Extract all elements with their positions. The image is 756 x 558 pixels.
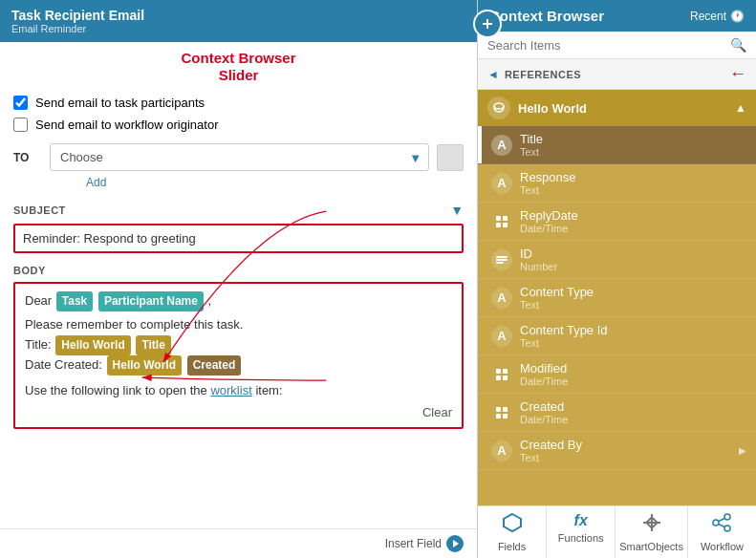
svg-rect-18 bbox=[503, 414, 508, 418]
toolbar-fields[interactable]: Fields bbox=[478, 506, 547, 558]
context-item-created[interactable]: Created Date/Time bbox=[478, 394, 756, 432]
svg-line-24 bbox=[719, 519, 724, 522]
to-field-row: TO Choose ▼ bbox=[13, 143, 464, 171]
toolbar-smartobjects[interactable]: SmartObjects bbox=[616, 506, 688, 558]
right-panel: Context Browser Recent 🕐 🔍 ◄ REFERENCES … bbox=[478, 0, 756, 558]
checkbox-task-participants-label: Send email to task participants bbox=[35, 96, 205, 110]
references-bar: ◄ REFERENCES ← bbox=[478, 59, 756, 90]
context-browser-title: Context Browser bbox=[489, 8, 604, 24]
context-item-content-type-id[interactable]: A Content Type Id Text bbox=[478, 317, 756, 355]
item-icon-created bbox=[491, 402, 512, 423]
toolbar-workflow[interactable]: Workflow bbox=[688, 506, 756, 558]
token-created: Created bbox=[187, 355, 242, 376]
recent-button[interactable]: Recent 🕐 bbox=[690, 10, 745, 23]
functions-icon: fx bbox=[574, 512, 588, 529]
context-item-modified[interactable]: Modified Date/Time bbox=[478, 355, 756, 394]
token-task: Task bbox=[56, 291, 93, 311]
svg-marker-0 bbox=[453, 540, 459, 547]
svg-rect-7 bbox=[503, 223, 508, 227]
token-hello-world-1: Hello World bbox=[55, 335, 130, 355]
subject-label: SUBJECT bbox=[13, 204, 66, 216]
search-input[interactable] bbox=[487, 38, 724, 53]
left-panel: Task Recipient Email Email Reminder Cont… bbox=[0, 0, 478, 558]
svg-marker-19 bbox=[504, 514, 521, 531]
created-by-arrow-icon: ▶ bbox=[739, 445, 746, 456]
context-browser-toggle-button[interactable] bbox=[473, 10, 502, 38]
fields-icon bbox=[502, 512, 523, 538]
svg-rect-6 bbox=[496, 223, 501, 227]
app-wrapper: Task Recipient Email Email Reminder Cont… bbox=[0, 0, 756, 558]
body-line-5: Use the following link to open the workl… bbox=[25, 381, 452, 401]
item-icon-id bbox=[491, 249, 512, 270]
token-hello-world-2: Hello World bbox=[107, 355, 182, 376]
search-icon: 🔍 bbox=[730, 37, 746, 53]
token-title: Title bbox=[136, 335, 170, 355]
left-body: Send email to task participants Send ema… bbox=[0, 86, 477, 528]
insert-field-icon[interactable] bbox=[446, 535, 464, 552]
svg-point-3 bbox=[494, 103, 504, 109]
toolbar-workflow-label: Workflow bbox=[701, 541, 744, 552]
slider-label: Slider bbox=[219, 67, 259, 83]
body-label: BODY bbox=[13, 265, 464, 276]
worklist-link[interactable]: worklist bbox=[210, 383, 251, 397]
to-browse-button[interactable] bbox=[437, 144, 464, 171]
subject-chevron-icon: ▼ bbox=[450, 203, 464, 218]
toolbar-functions-label: Functions bbox=[558, 532, 604, 544]
item-icon-content-type-id: A bbox=[491, 326, 512, 347]
context-item-response[interactable]: A Response Text bbox=[478, 164, 756, 203]
checkbox-workflow-originator[interactable] bbox=[13, 118, 28, 132]
checkbox-row-1: Send email to task participants bbox=[13, 96, 464, 110]
item-icon-replydate bbox=[491, 211, 512, 232]
context-browser-slider-label: Context Browser Slider bbox=[13, 46, 464, 86]
insert-field-label: Insert Field bbox=[385, 537, 442, 550]
context-group-header[interactable]: Hello World ▲ bbox=[478, 90, 756, 126]
add-link[interactable]: Add bbox=[86, 176, 106, 189]
references-label: REFERENCES bbox=[505, 69, 724, 80]
context-item-content-type[interactable]: A Content Type Text bbox=[478, 279, 756, 317]
insert-field-row: Insert Field bbox=[0, 528, 477, 558]
svg-rect-13 bbox=[496, 376, 501, 380]
left-panel-subtitle: Email Reminder bbox=[11, 23, 465, 34]
svg-point-23 bbox=[724, 526, 730, 531]
context-item-id[interactable]: ID Number bbox=[478, 241, 756, 279]
item-icon-response: A bbox=[491, 173, 512, 194]
context-list: Hello World ▲ A Title Text A Response Te… bbox=[478, 90, 756, 505]
context-item-replydate[interactable]: ReplyDate Date/Time bbox=[478, 203, 756, 241]
svg-rect-16 bbox=[503, 407, 508, 412]
svg-point-22 bbox=[724, 514, 730, 520]
right-header: Context Browser Recent 🕐 bbox=[478, 0, 756, 32]
svg-rect-2 bbox=[483, 23, 492, 25]
to-select[interactable]: Choose bbox=[50, 143, 429, 171]
svg-rect-10 bbox=[496, 262, 504, 264]
checkbox-task-participants[interactable] bbox=[13, 96, 28, 110]
toolbar-functions[interactable]: fx Functions bbox=[547, 506, 616, 558]
item-icon-modified bbox=[491, 364, 512, 385]
left-panel-title: Task Recipient Email bbox=[11, 8, 465, 23]
context-item-created-by[interactable]: A Created By Text ▶ bbox=[478, 432, 756, 470]
clear-button[interactable]: Clear bbox=[422, 405, 452, 419]
svg-rect-15 bbox=[496, 407, 501, 412]
to-select-wrapper: Choose ▼ bbox=[50, 143, 429, 171]
subject-input[interactable] bbox=[13, 224, 464, 253]
workflow-icon bbox=[711, 512, 732, 538]
references-triangle-icon: ◄ bbox=[487, 68, 499, 81]
body-line-3: Title: Hello World Title bbox=[25, 335, 452, 355]
group-chevron-icon: ▲ bbox=[735, 101, 746, 115]
body-footer: Clear bbox=[25, 401, 452, 419]
left-header: Task Recipient Email Email Reminder bbox=[0, 0, 477, 42]
item-icon-created-by: A bbox=[491, 440, 512, 461]
svg-rect-9 bbox=[496, 259, 508, 261]
svg-point-21 bbox=[713, 520, 719, 526]
search-bar: 🔍 bbox=[478, 32, 756, 59]
item-icon-content-type: A bbox=[491, 288, 512, 309]
body-line-2: Please remember to complete this task. bbox=[25, 315, 452, 335]
checkbox-row-2: Send email to workflow originator bbox=[13, 118, 464, 132]
svg-rect-5 bbox=[503, 216, 508, 221]
context-item-title[interactable]: A Title Text bbox=[478, 126, 756, 164]
body-area[interactable]: Dear Task Participant Name , Please reme… bbox=[13, 282, 464, 429]
svg-rect-11 bbox=[496, 369, 501, 374]
to-label: TO bbox=[13, 151, 42, 164]
subject-row: SUBJECT ▼ bbox=[13, 203, 464, 218]
body-line-4: Date Created: Hello World Created bbox=[25, 355, 452, 376]
svg-rect-12 bbox=[503, 369, 508, 374]
